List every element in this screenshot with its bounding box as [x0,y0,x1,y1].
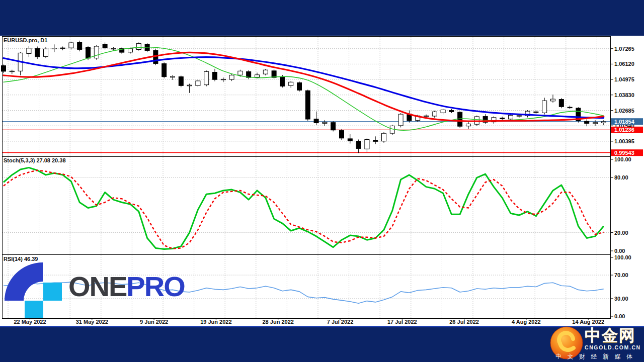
stoch-main-line [4,167,604,249]
cngold-title: 中金网 [585,325,636,347]
stochastic-panel [3,157,611,255]
axis-tick-label: 80.00 [614,174,628,180]
cngold-domain: CNGOLD.COM.CN [585,344,641,350]
price-axis: 1.072651.061201.049751.038301.026851.015… [610,46,643,319]
onepro-text-one: ONE [68,270,126,302]
date-tick-label: 14 Aug 2022 [572,319,604,325]
axis-tick-label: 30.00 [614,296,628,302]
axis-tick-label: 100.00 [614,156,631,162]
cngold-tagline: 中文财经新媒体 [555,352,638,361]
date-tick-label: 28 Jun 2022 [263,319,294,325]
axis-tick-label: 0.00 [614,313,625,319]
axis-tick-label: 1.03830 [614,92,634,98]
stochastic-indicator-label: Stoch(5,3,3) 27.08 20.38 [4,157,66,163]
price-marker-lines [2,122,610,153]
ma-fast-green-line [4,47,604,130]
stochastic-series [4,167,604,249]
ma-mid-red-line [4,52,604,121]
date-tick-label: 4 Aug 2022 [512,319,541,325]
axis-tick-label: 1.00395 [614,138,634,144]
cngold-logo: 中金网 CNGOLD.COM.CN 中文财经新媒体 [547,325,644,361]
candlestick-series [2,41,606,153]
alert-line-label: 1.01236 [614,127,634,133]
axis-tick-label: 1.07265 [614,46,634,52]
alert-line-label: 0.99543 [614,150,634,156]
date-tick-label: 7 Jul 2022 [327,319,354,325]
axis-tick-label: 100.00 [614,254,631,260]
date-tick-label: 26 Jul 2022 [449,319,479,325]
moving-average-lines [4,47,604,130]
axis-tick-label: 1.04975 [614,76,634,82]
axis-tick-label: 0.00 [614,248,625,254]
axis-tick-label: 1.02685 [614,108,634,114]
date-tick-label: 19 Jun 2022 [200,319,231,325]
ma-slow-blue-line [4,57,604,118]
axis-tick-label: 70.00 [614,272,628,278]
current-price-label: 1.01854 [614,119,635,125]
onepro-logo-text: ONEPRO [68,273,185,301]
axis-tick-label: 1.06120 [614,61,634,67]
onepro-logo: ONEPRO [4,261,200,321]
onepro-text-pro: PRO [126,270,184,302]
date-tick-label: 17 Jul 2022 [387,319,417,325]
stoch-signal-line [4,170,604,249]
trading-chart-screenshot: 1.072651.061201.049751.038301.026851.015… [0,0,644,362]
symbol-timeframe-label: EURUSD.pro, D1 [4,37,47,43]
onepro-logo-mark-icon [4,261,69,321]
axis-tick-label: 20.00 [614,230,628,236]
